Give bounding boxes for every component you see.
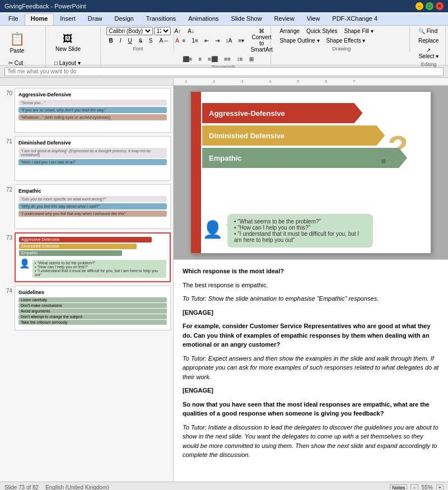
slide-quote-70-3: "Whatever..." (with rolling eyes or arch… <box>18 114 167 120</box>
new-slide-button[interactable]: 🖼 New Slide <box>52 27 85 58</box>
bullets-button[interactable]: ≡ <box>180 27 189 54</box>
shape-empathic-fill: Empathic <box>202 148 407 168</box>
title-bar: GivingFeedback - PowerPoint − □ ✕ <box>0 0 448 12</box>
justify-button[interactable]: ≡≡ <box>221 55 234 63</box>
shape-aggressive-fill: Aggressive-Defensive <box>202 103 363 123</box>
slide-item-73: 73 Aggressive-Defensive Diminished Defen… <box>2 232 171 282</box>
slide-item-72: 72 Empathic "Can you be more specific on… <box>2 184 171 229</box>
layout-button[interactable]: □ Layout ▾ <box>52 59 85 67</box>
notes-engage2-body: So now that you have seen that the most … <box>183 400 439 418</box>
slide-red-bar <box>191 92 201 253</box>
speech-bullet-2: • "How can I help you on this?" <box>234 225 366 231</box>
slide-thumb-70[interactable]: Aggressive-Defensive "Screw you..." "If … <box>15 88 171 133</box>
text-direction-button[interactable]: ↕A <box>223 27 235 54</box>
replace-button[interactable]: Replace <box>416 36 442 45</box>
font-size-select[interactable]: 12 <box>154 27 171 35</box>
align-text-button[interactable]: ≡▾ <box>236 27 248 54</box>
dot-indicator <box>381 159 386 164</box>
slide-quote-70-2: "If you are so smart, why don't you lead… <box>18 107 167 113</box>
bold-button[interactable]: B <box>106 36 116 45</box>
tab-pdf[interactable]: PDF-XChange 4 <box>326 13 384 25</box>
close-button[interactable]: ✕ <box>436 2 444 10</box>
align-right-button[interactable]: ≡⬛ <box>205 55 221 63</box>
notes-answer: The best response is empathic. <box>183 281 439 290</box>
arrange-button[interactable]: Arrange <box>277 27 302 35</box>
font-controls: Calibri (Body) 12 A↑ A↓ B I U S̶ S A↔ A <box>106 27 170 45</box>
slide-canvas[interactable]: Aggressive-Defensive Diminished Defensiv… <box>190 91 431 254</box>
minimize-button[interactable]: − <box>416 2 423 10</box>
align-center-button[interactable]: ≡ <box>195 55 204 63</box>
new-slide-icon: 🖼 <box>63 33 73 45</box>
zoom-in-button[interactable]: + <box>436 484 444 491</box>
font-label: Font <box>106 45 170 52</box>
ribbon: File Home Insert Draw Design Transitions… <box>0 12 448 66</box>
slide-count: Slide 73 of 82 <box>4 484 39 490</box>
decrease-indent-button[interactable]: ⇤ <box>202 27 212 54</box>
thumb-bar-red-73: Aggressive-Defensive <box>19 237 152 242</box>
list-item-74-4: Don't attempt to change the subject <box>18 314 167 319</box>
tab-home[interactable]: Home <box>25 13 54 25</box>
maximize-button[interactable]: □ <box>426 2 433 10</box>
tab-slideshow[interactable]: Slide Show <box>225 13 268 25</box>
slide-thumb-71[interactable]: Diminished Defensive "I am not good at a… <box>15 136 171 181</box>
tab-transitions[interactable]: Transitions <box>140 13 182 25</box>
status-left: Slide 73 of 82 English (United Kingdom) <box>4 484 109 490</box>
paragraph-controls: ≡ 1≡ ⇤ ⇥ ↕A ≡▾ ⌘ Convert to SmartArt ⬛≡ … <box>180 27 268 63</box>
drawing-label: Drawing <box>277 45 406 52</box>
find-button[interactable]: 🔍 Find <box>416 27 442 35</box>
shape-fill-button[interactable]: Shape Fill ▾ <box>342 27 376 35</box>
underline-button[interactable]: U <box>125 36 135 45</box>
speech-bubble: • "What seems to be the problem?" • "How… <box>227 214 373 248</box>
tab-draw[interactable]: Draw <box>82 13 109 25</box>
numbering-button[interactable]: 1≡ <box>189 27 200 54</box>
notes-engage2-header: [ENGAGE] <box>183 386 439 395</box>
slide-title-71: Diminished Defensive <box>18 140 167 146</box>
slide-quote-72-2: "Why do you feel this way about what I s… <box>18 203 167 209</box>
thumb-speech-73: • "What seems to be the problem?" • "How… <box>32 260 166 278</box>
slide-item-71: 71 Diminished Defensive "I am not good a… <box>2 136 171 181</box>
para-row1: ≡ 1≡ ⇤ ⇥ ↕A ≡▾ ⌘ Convert to SmartArt <box>180 27 268 54</box>
increase-indent-button[interactable]: ⇥ <box>212 27 222 54</box>
status-bar: Slide 73 of 82 English (United Kingdom) … <box>0 482 448 490</box>
shape-diminished-label: Diminished Defensive <box>209 132 284 140</box>
italic-button[interactable]: I <box>117 36 124 45</box>
notes-engage1-header: [ENGAGE] <box>183 308 439 318</box>
align-left-button[interactable]: ⬛≡ <box>180 55 195 63</box>
tab-design[interactable]: Design <box>108 13 139 25</box>
slide-view: Aggressive-Defensive Diminished Defensiv… <box>174 86 448 259</box>
person-area: 👤 • "What seems to be the problem?" • "H… <box>202 214 373 248</box>
tab-review[interactable]: Review <box>268 13 301 25</box>
slide-num-72: 72 <box>2 184 12 229</box>
tab-view[interactable]: View <box>301 13 326 25</box>
tab-insert[interactable]: Insert <box>54 13 82 25</box>
shape-effects-button[interactable]: Shape Effects ▾ <box>324 36 368 45</box>
paste-button[interactable]: 📋 Paste <box>6 27 29 58</box>
char-spacing-button[interactable]: A↔ <box>157 36 172 45</box>
tell-me-input[interactable] <box>4 67 444 76</box>
strikethrough-button[interactable]: S̶ <box>136 36 145 45</box>
clipboard-buttons: 📋 Paste ✂ Cut ⎘ Copy 🖌 Format <box>6 27 42 85</box>
select-button[interactable]: ↗ Select ▾ <box>416 46 442 60</box>
zoom-out-button[interactable]: − <box>410 484 418 491</box>
editing-group: 🔍 Find Replace ↗ Select ▾ Editing <box>412 27 446 67</box>
columns-button[interactable]: ⊞ <box>246 55 256 63</box>
slide-thumb-74[interactable]: Guidelines Listen carefully Don't make c… <box>15 286 171 330</box>
font-family-select[interactable]: Calibri (Body) <box>106 27 153 35</box>
tab-file[interactable]: File <box>2 13 25 25</box>
shape-diminished-fill: Diminished Defensive <box>202 125 385 146</box>
line-spacing-button[interactable]: ↕≡ <box>234 55 246 63</box>
smartart-button[interactable]: ⌘ Convert to SmartArt <box>248 27 275 54</box>
tab-animations[interactable]: Animations <box>182 13 225 25</box>
slide-thumb-73[interactable]: Aggressive-Defensive Diminished Defensiv… <box>15 232 171 282</box>
quick-styles-button[interactable]: Quick Styles <box>304 27 340 35</box>
shape-outline-button[interactable]: Shape Outline ▾ <box>277 36 322 45</box>
window-title: GivingFeedback - PowerPoint <box>4 3 86 10</box>
cut-button[interactable]: ✂ Cut <box>6 59 36 67</box>
slide-thumb-72[interactable]: Empathic "Can you be more specific on wh… <box>15 184 171 229</box>
language-indicator: English (United Kingdom) <box>45 484 109 490</box>
slide-num-70: 70 <box>2 88 12 133</box>
notes-view-button[interactable]: Notes <box>390 484 408 491</box>
shadow-button[interactable]: S <box>146 36 156 45</box>
notes-tutor3: To Tutor: Initiate a discussion to lead … <box>183 423 439 460</box>
ruler: 1 2 3 4 5 6 7 <box>0 78 448 86</box>
